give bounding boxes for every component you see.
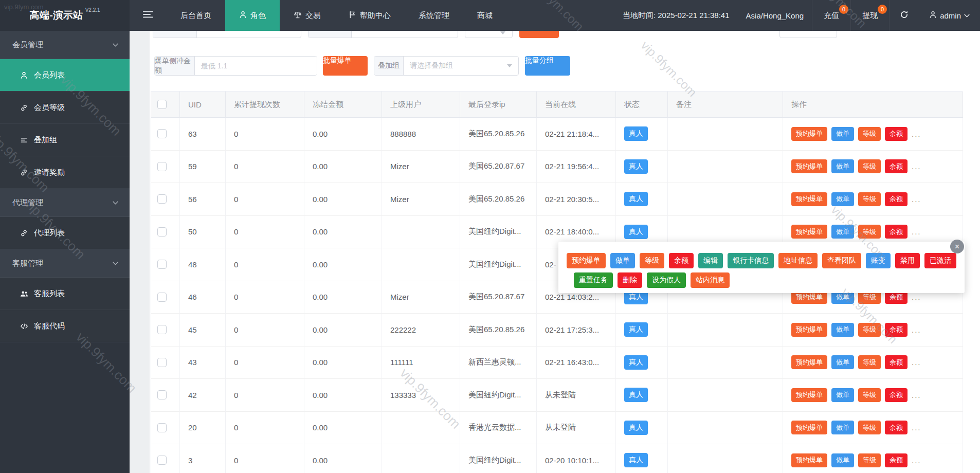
overlay-group-select[interactable]: 请选择叠加组 bbox=[404, 57, 518, 75]
batch-group-button[interactable]: 批量分组 bbox=[525, 56, 570, 76]
select-all-checkbox[interactable] bbox=[157, 100, 167, 109]
popup-button-7[interactable]: 地址信息 bbox=[778, 253, 818, 268]
popup-button-4[interactable]: 余额 bbox=[669, 253, 694, 268]
sidebar-item-3-2[interactable]: 客服代码 bbox=[0, 310, 130, 342]
row-action-button-1[interactable]: 预约爆单 bbox=[791, 355, 827, 369]
row-checkbox[interactable] bbox=[157, 390, 167, 399]
status-badge[interactable]: 真人 bbox=[624, 192, 648, 206]
status-badge[interactable]: 真人 bbox=[624, 453, 648, 467]
row-action-button-4[interactable]: 余额 bbox=[885, 355, 908, 369]
row-action-button-2[interactable]: 做单 bbox=[831, 421, 854, 434]
more-actions-button[interactable]: ... bbox=[912, 391, 921, 399]
nav-item-3[interactable]: 交易 bbox=[280, 0, 335, 31]
row-action-button-3[interactable]: 等级 bbox=[858, 127, 881, 141]
popup-button-5[interactable]: 编辑 bbox=[698, 253, 723, 268]
nav-item-2[interactable]: 角色 bbox=[225, 0, 280, 31]
popup-button-10[interactable]: 禁用 bbox=[895, 253, 920, 268]
row-action-button-2[interactable]: 做单 bbox=[831, 192, 854, 206]
batch-burst-button[interactable]: 批量爆单 bbox=[323, 56, 368, 76]
sidebar-item-1-4[interactable]: 邀请奖励 bbox=[0, 156, 130, 189]
row-action-button-4[interactable]: 余额 bbox=[885, 225, 908, 239]
sidebar-item-2-1[interactable]: 代理列表 bbox=[0, 217, 130, 249]
refresh-button[interactable] bbox=[889, 0, 919, 31]
row-action-button-2[interactable]: 做单 bbox=[831, 355, 854, 369]
row-action-button-3[interactable]: 等级 bbox=[858, 388, 881, 402]
sidebar-item-1-3[interactable]: 叠加组 bbox=[0, 124, 130, 156]
popup-button-3[interactable]: 等级 bbox=[640, 253, 664, 268]
sidebar-item-1-1[interactable]: 会员列表 bbox=[0, 59, 130, 92]
nav-item-1[interactable]: 后台首页 bbox=[167, 0, 225, 31]
row-action-button-1[interactable]: 预约爆单 bbox=[791, 453, 827, 467]
more-actions-button[interactable]: ... bbox=[912, 325, 921, 334]
row-action-button-2[interactable]: 做单 bbox=[831, 127, 854, 141]
status-badge[interactable]: 真人 bbox=[624, 159, 648, 174]
row-action-button-2[interactable]: 做单 bbox=[831, 388, 854, 402]
more-actions-button[interactable]: ... bbox=[912, 423, 921, 432]
row-action-button-4[interactable]: 余额 bbox=[885, 159, 908, 173]
row-action-button-4[interactable]: 余额 bbox=[885, 388, 908, 402]
row-checkbox[interactable] bbox=[157, 423, 167, 432]
more-actions-button[interactable]: ... bbox=[912, 162, 921, 171]
popup-button-6[interactable]: 银行卡信息 bbox=[728, 253, 774, 268]
row-checkbox[interactable] bbox=[157, 227, 167, 236]
row-action-button-1[interactable]: 预约爆单 bbox=[791, 192, 827, 206]
popup-button-11[interactable]: 已激活 bbox=[924, 253, 956, 268]
row-action-button-3[interactable]: 等级 bbox=[858, 355, 881, 369]
popup-button-row2-4[interactable]: 站内消息 bbox=[691, 272, 730, 288]
row-action-button-3[interactable]: 等级 bbox=[858, 453, 881, 467]
popup-button-8[interactable]: 查看团队 bbox=[822, 253, 861, 268]
status-badge[interactable]: 真人 bbox=[624, 126, 648, 141]
more-actions-button[interactable]: ... bbox=[912, 130, 921, 138]
sidebar-toggle-button[interactable] bbox=[130, 0, 167, 31]
popup-button-row2-3[interactable]: 设为假人 bbox=[647, 272, 686, 288]
row-action-button-3[interactable]: 等级 bbox=[858, 421, 881, 434]
row-action-button-3[interactable]: 等级 bbox=[858, 159, 881, 173]
row-checkbox[interactable] bbox=[157, 325, 167, 334]
more-actions-button[interactable]: ... bbox=[912, 293, 921, 301]
more-actions-button[interactable]: ... bbox=[912, 227, 921, 236]
burst-amount-input[interactable] bbox=[195, 57, 317, 75]
popup-button-row2-1[interactable]: 重置任务 bbox=[574, 272, 613, 288]
popup-button-1[interactable]: 预约爆单 bbox=[567, 253, 606, 268]
row-action-button-2[interactable]: 做单 bbox=[831, 225, 854, 239]
status-badge[interactable]: 真人 bbox=[624, 355, 648, 370]
row-action-button-3[interactable]: 等级 bbox=[858, 323, 881, 337]
row-checkbox[interactable] bbox=[157, 358, 167, 367]
row-action-button-1[interactable]: 预约爆单 bbox=[791, 127, 827, 141]
withdraw-button[interactable]: 提现 0 bbox=[850, 0, 889, 31]
user-menu[interactable]: admin bbox=[919, 0, 980, 31]
row-action-button-4[interactable]: 余额 bbox=[885, 323, 908, 337]
row-checkbox[interactable] bbox=[157, 293, 167, 302]
popup-close-button[interactable]: × bbox=[950, 240, 964, 253]
sidebar-item-1-2[interactable]: 会员等级 bbox=[0, 92, 130, 124]
nav-item-5[interactable]: 系统管理 bbox=[405, 0, 463, 31]
row-checkbox[interactable] bbox=[157, 162, 167, 171]
row-action-button-2[interactable]: 做单 bbox=[831, 323, 854, 337]
row-checkbox[interactable] bbox=[157, 260, 167, 269]
nav-item-6[interactable]: 商城 bbox=[463, 0, 506, 31]
more-actions-button[interactable]: ... bbox=[912, 195, 921, 204]
row-action-button-1[interactable]: 预约爆单 bbox=[791, 323, 827, 337]
status-badge[interactable]: 真人 bbox=[624, 421, 648, 435]
more-actions-button[interactable]: ... bbox=[912, 456, 921, 465]
row-action-button-1[interactable]: 预约爆单 bbox=[791, 421, 827, 434]
sidebar-section-2[interactable]: 代理管理 bbox=[0, 189, 130, 217]
row-action-button-2[interactable]: 做单 bbox=[831, 159, 854, 173]
nav-item-4[interactable]: 帮助中心 bbox=[335, 0, 405, 31]
row-action-button-4[interactable]: 余额 bbox=[885, 192, 908, 206]
sidebar-section-1[interactable]: 会员管理 bbox=[0, 31, 130, 59]
row-action-button-3[interactable]: 等级 bbox=[858, 192, 881, 206]
more-actions-button[interactable]: ... bbox=[912, 358, 921, 367]
status-badge[interactable]: 真人 bbox=[624, 388, 648, 402]
row-checkbox[interactable] bbox=[157, 456, 167, 465]
sidebar-section-3[interactable]: 客服管理 bbox=[0, 249, 130, 278]
row-action-button-3[interactable]: 等级 bbox=[858, 225, 881, 239]
row-action-button-4[interactable]: 余额 bbox=[885, 453, 908, 467]
row-action-button-2[interactable]: 做单 bbox=[831, 453, 854, 467]
row-checkbox[interactable] bbox=[157, 129, 167, 138]
popup-button-9[interactable]: 账变 bbox=[866, 253, 891, 268]
row-checkbox[interactable] bbox=[157, 194, 167, 204]
recharge-button[interactable]: 充值 0 bbox=[812, 0, 850, 31]
status-badge[interactable]: 真人 bbox=[624, 225, 648, 239]
row-action-button-1[interactable]: 预约爆单 bbox=[791, 225, 827, 239]
